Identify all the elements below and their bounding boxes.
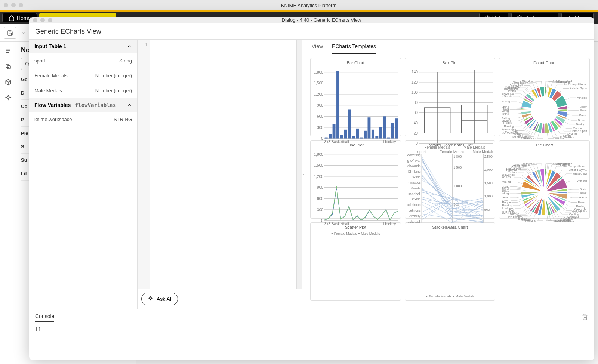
template-card[interactable]: Stacked Area Chart ● Female Medals ● Mal… (405, 222, 496, 301)
svg-text:Taekwondo: Taekwondo (407, 164, 421, 168)
template-card[interactable]: Parallel Coordinates Plot sportFemale Me… (405, 140, 496, 219)
svg-text:Sport Climbing: Sport Climbing (407, 170, 421, 173)
svg-text:1,800: 1,800 (314, 152, 324, 157)
column-type: Number (integer) (95, 88, 132, 93)
svg-text:Wrestling: Wrestling (523, 162, 535, 165)
flowvar-type: STRING (114, 117, 132, 122)
flowvar-name: knime.workspace (34, 117, 72, 122)
svg-text:Athletics: Athletics (577, 96, 587, 99)
chevron-up-icon (127, 102, 132, 108)
svg-text:300: 300 (317, 126, 323, 130)
maximize-icon[interactable] (19, 3, 23, 7)
minimap[interactable] (296, 40, 302, 289)
svg-text:Athletics: Athletics (577, 179, 587, 182)
svg-text:Rhythmic Gymnastics: Rhythmic Gymnastics (502, 127, 516, 131)
svg-text:Karate: Karate (411, 186, 420, 190)
expand-handle[interactable] (306, 305, 594, 309)
svg-text:1,200: 1,200 (314, 92, 324, 96)
rail-description-button[interactable] (1, 44, 15, 58)
template-card[interactable]: Bar Chart 03006009001,2001,5001,8003x3 B… (310, 58, 401, 136)
chart-preview: 3x3 BasketballAeronauticsAlpinismArchery… (502, 67, 587, 154)
svg-text:Rowing: Rowing (502, 204, 512, 207)
template-card[interactable]: Scatter Plot (310, 222, 401, 301)
svg-text:Shooting: Shooting (502, 112, 509, 115)
dropdown-toggle[interactable] (19, 27, 28, 39)
ask-ai-button[interactable]: Ask AI (141, 293, 178, 305)
svg-text:Basketball: Basketball (579, 114, 587, 117)
svg-text:120: 120 (411, 80, 418, 84)
column-row[interactable]: sportString (29, 53, 137, 68)
rail-cube-button[interactable] (1, 75, 15, 89)
section-code: flowVariables (75, 102, 116, 108)
split-handle[interactable] (302, 40, 306, 309)
svg-text:Hockey: Hockey (383, 222, 396, 226)
svg-text:3x3 Basketball: 3x3 Basketball (407, 220, 421, 223)
save-icon (7, 30, 13, 36)
svg-text:1,000: 1,000 (453, 184, 462, 188)
svg-text:1,800: 1,800 (453, 155, 462, 158)
section-title: Flow Variables (34, 102, 71, 108)
svg-text:Wrestling: Wrestling (407, 153, 421, 157)
svg-text:500: 500 (484, 208, 490, 212)
svg-text:Wrestling: Wrestling (522, 80, 534, 83)
tab-view[interactable]: View (312, 43, 323, 54)
chart-preview: 03006009001,2001,5001,8003x3 BasketballH… (313, 67, 398, 149)
template-card[interactable]: Line Plot 03006009001,2001,5001,8003x3 B… (310, 140, 401, 219)
svg-text:Hockey: Hockey (383, 140, 396, 144)
svg-text:600: 600 (317, 197, 323, 201)
rail-copy-button[interactable] (1, 60, 15, 73)
svg-text:Art Competitions: Art Competitions (563, 164, 585, 168)
svg-text:Artistic Gymnastics: Artistic Gymnastics (570, 87, 587, 90)
tab-templates[interactable]: ECharts Templates (332, 43, 376, 54)
svg-rect-39 (383, 116, 386, 138)
svg-text:Baseball: Baseball (580, 191, 587, 194)
svg-text:140: 140 (411, 70, 418, 74)
copy-icon (5, 63, 12, 70)
svg-point-116 (531, 96, 558, 124)
ellipsis-icon[interactable]: ⋮ (582, 27, 588, 36)
svg-rect-26 (333, 124, 336, 139)
svg-text:1,200: 1,200 (314, 175, 324, 179)
template-title: Donut Chart (502, 61, 587, 65)
app-title: KNIME Analytics Platform (23, 3, 594, 8)
clear-console-button[interactable] (582, 314, 588, 322)
template-card[interactable]: Donut Chart 3x3 BasketballAeronauticsAlp… (499, 58, 590, 136)
column-row[interactable]: Male MedalsNumber (integer) (29, 83, 137, 98)
sparkle-icon (148, 296, 154, 302)
section-header-flowvars[interactable]: Flow Variables flowVariables (29, 98, 137, 112)
svg-text:300: 300 (317, 208, 323, 212)
svg-text:3x3 Basketball: 3x3 Basketball (324, 222, 349, 226)
svg-text:Rhythmic Gymnastics: Rhythmic Gymnastics (407, 181, 421, 185)
template-card[interactable]: Box Plot 020406080100120140Female Medals… (405, 58, 496, 136)
svg-text:1,500: 1,500 (314, 81, 324, 85)
svg-rect-29 (344, 130, 347, 139)
minimize-icon[interactable] (40, 18, 45, 22)
rail-sparkle-button[interactable] (1, 91, 15, 105)
cube-icon (5, 79, 12, 86)
maximize-icon[interactable] (48, 18, 52, 22)
svg-rect-40 (387, 138, 390, 139)
svg-text:Sailing: Sailing (502, 117, 510, 120)
svg-text:Art Competitions: Art Competitions (564, 83, 586, 86)
home-icon (9, 15, 15, 21)
svg-rect-33 (360, 138, 363, 139)
svg-text:Surfing: Surfing (502, 185, 509, 188)
svg-text:Male Medals: Male Medals (472, 150, 493, 154)
chart-preview (407, 231, 493, 294)
svg-text:900: 900 (317, 185, 323, 189)
minimize-icon[interactable] (11, 3, 16, 7)
close-icon[interactable] (4, 3, 8, 7)
chevron-down-icon (21, 31, 26, 35)
template-card[interactable]: Pie Chart 3x3 BasketballAeronauticsAlpin… (499, 140, 590, 219)
close-icon[interactable] (33, 18, 37, 22)
section-header-input[interactable]: Input Table 1 (29, 40, 137, 53)
code-editor[interactable]: 1 (138, 40, 302, 289)
svg-text:Boxing: Boxing (410, 197, 420, 201)
chart-preview: 3x3 BasketballAeronauticsAlpinismArchery… (502, 149, 587, 236)
template-title: Box Plot (407, 61, 493, 65)
column-row[interactable]: Female MedalsNumber (integer) (29, 68, 137, 83)
svg-text:0: 0 (321, 219, 323, 223)
save-button[interactable] (4, 27, 16, 39)
flowvar-row[interactable]: knime.workspaceSTRING (29, 112, 137, 127)
svg-rect-27 (336, 71, 339, 139)
